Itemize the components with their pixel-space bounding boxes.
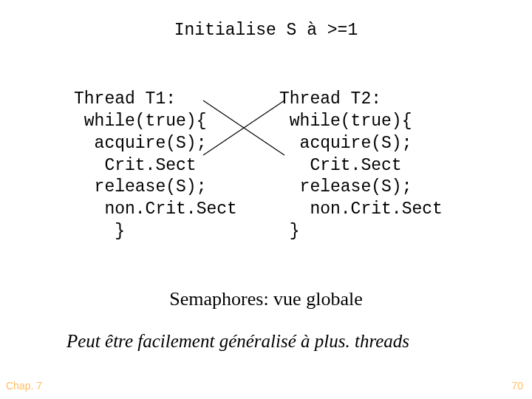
thread1-l4: release(S); <box>74 177 206 197</box>
thread2-block: Thread T2: while(true){ acquire(S); Crit… <box>279 66 443 243</box>
thread2-l2: acquire(S); <box>279 134 412 153</box>
thread1-l2: acquire(S); <box>74 134 206 153</box>
subtitle: Semaphores: vue globale <box>0 288 532 310</box>
thread1-l1: while(true){ <box>74 112 206 131</box>
thread2-l3: Crit.Sect <box>279 156 402 175</box>
thread1-l6: } <box>74 222 125 241</box>
thread1-l3: Crit.Sect <box>74 156 197 175</box>
thread1-block: Thread T1: while(true){ acquire(S); Crit… <box>74 66 237 243</box>
footer-chapter: Chap. 7 <box>6 380 42 392</box>
thread2-l1: while(true){ <box>279 112 412 131</box>
thread1-l5: non.Crit.Sect <box>74 200 237 219</box>
footer-page-number: 70 <box>511 380 523 392</box>
slide: Initialise S à >=1 Thread T1: while(true… <box>0 0 532 399</box>
thread2-l5: non.Crit.Sect <box>279 200 443 219</box>
generalize-note: Peut être facilement généralisé à plus. … <box>66 331 409 352</box>
init-line: Initialise S à >=1 <box>0 21 532 40</box>
thread2-title: Thread T2: <box>279 89 381 109</box>
thread1-title: Thread T1: <box>74 89 176 109</box>
thread2-l4: release(S); <box>279 177 412 197</box>
thread2-l6: } <box>279 222 300 241</box>
